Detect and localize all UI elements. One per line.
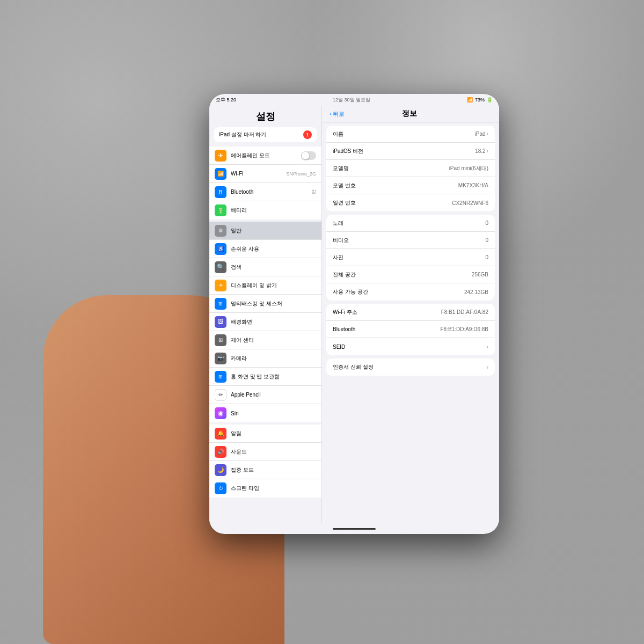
sidebar-item-camera[interactable]: 📷 카메라	[209, 349, 321, 368]
general-group: ⚙ 일반 ♿ 손쉬운 사용 🔍 검색 ☀ 디스플레이 및 밝기	[209, 222, 321, 422]
camera-icon: 📷	[215, 353, 226, 364]
panel-header: ‹ 뒤로 정보	[322, 106, 499, 122]
search-settings-icon: 🔍	[215, 261, 226, 273]
ipad-device: 오후 5:20 12월 30일 월요일 📶 73% 🔋 설정 iPad 설정 마…	[209, 94, 499, 534]
sidebar-item-siri[interactable]: ◉ Siri	[209, 404, 321, 422]
back-chevron-icon: ‹	[330, 111, 332, 117]
wifiaddr-value: F8:B1:DD:AF:0A:82	[441, 309, 488, 315]
home-indicator	[209, 523, 499, 534]
photos-value: 0	[485, 254, 488, 260]
btaddr-label: Bluetooth	[333, 326, 355, 332]
info-row-certtrust[interactable]: 인증서 신뢰 설정 ›	[326, 358, 495, 376]
bluetooth-value: 킴	[311, 188, 316, 195]
photos-label: 사진	[333, 254, 343, 261]
sidebar-item-screentime[interactable]: ⏱ 스크린 타임	[209, 479, 321, 497]
wifi-icon: 📶	[467, 97, 473, 103]
storage-section: 노래 0 비디오 0 사진 0	[326, 215, 495, 301]
sidebar-item-airplane[interactable]: ✈ 에어플레인 모드	[209, 147, 321, 165]
sidebar-item-focus[interactable]: 🌙 집중 모드	[209, 461, 321, 479]
sidebar-item-homescreen[interactable]: ⊞ 홈 화면 및 앱 보관함	[209, 368, 321, 386]
sidebar-item-bluetooth[interactable]: B Bluetooth 킴	[209, 183, 321, 201]
network-section: Wi-Fi 주소 F8:B1:DD:AF:0A:82 Bluetooth F8:…	[326, 304, 495, 355]
siri-icon: ◉	[215, 407, 226, 419]
sidebar-item-display[interactable]: ☀ 디스플레이 및 밝기	[209, 276, 321, 295]
certtrust-value: ›	[487, 364, 488, 370]
btaddr-value: F8:B1:DD:A9:D6:8B	[441, 326, 488, 332]
sounds-label: 사운드	[231, 448, 316, 456]
controlcenter-label: 제어 센터	[231, 336, 316, 344]
wallpaper-icon: 🖼	[215, 316, 226, 328]
camera-label: 카메라	[231, 355, 316, 362]
airplane-toggle[interactable]	[301, 151, 316, 160]
status-icons: 📶 73% 🔋	[467, 97, 493, 103]
battery-label: 배터리	[231, 207, 316, 214]
certtrust-label: 인증서 신뢰 설정	[333, 363, 374, 371]
device-info-section: 이름 iPad › iPadOS 버전 18.2 › 모델명	[326, 126, 495, 211]
info-row-name[interactable]: 이름 iPad ›	[326, 126, 495, 143]
info-row-photos: 사진 0	[326, 249, 495, 266]
homescreen-icon: ⊞	[215, 371, 226, 383]
sidebar-item-notifications[interactable]: 🔔 알림	[209, 425, 321, 443]
modelnumber-value: MK7X3KH/A	[458, 182, 488, 188]
info-row-songs: 노래 0	[326, 215, 495, 232]
info-row-seid[interactable]: SEID ›	[326, 338, 495, 355]
sidebar-item-wallpaper[interactable]: 🖼 배경화면	[209, 313, 321, 331]
screentime-label: 스크린 타임	[231, 485, 316, 492]
certificate-section: 인증서 신뢰 설정 ›	[326, 358, 495, 376]
multitasking-icon: ⊞	[215, 298, 226, 310]
wifi-label: Wi-Fi	[231, 171, 282, 177]
multitasking-label: 멀티태스킹 및 제스처	[231, 300, 316, 308]
availstorage-value: 242.13GB	[464, 289, 488, 295]
sidebar-item-wifi[interactable]: 📶 Wi-Fi SNPhone_2G	[209, 165, 321, 183]
seid-value: ›	[487, 344, 488, 350]
name-label: 이름	[333, 130, 343, 138]
songs-value: 0	[485, 220, 488, 226]
home-bar	[333, 528, 376, 530]
totalstorage-label: 전체 공간	[333, 271, 356, 279]
setup-label: iPad 설정 마저 하기	[219, 131, 266, 138]
info-row-modelnumber: 모델 번호 MK7X3KH/A	[326, 177, 495, 194]
certtrust-chevron-icon: ›	[487, 364, 488, 370]
sidebar-item-search[interactable]: 🔍 검색	[209, 258, 321, 276]
search-label: 검색	[231, 264, 316, 271]
sidebar-item-pencil[interactable]: ✏ Apple Pencil	[209, 386, 321, 404]
screentime-icon: ⏱	[215, 482, 226, 494]
airplane-label: 에어플레인 모드	[231, 152, 297, 159]
ipados-chevron-icon: ›	[487, 148, 488, 154]
info-row-availstorage: 사용 가능 공간 242.13GB	[326, 283, 495, 301]
ipados-label: iPadOS 버전	[333, 148, 363, 155]
totalstorage-value: 256GB	[472, 272, 488, 277]
pencil-label: Apple Pencil	[231, 392, 316, 398]
battery-icon: 🔋	[487, 97, 493, 103]
sidebar-item-general[interactable]: ⚙ 일반	[209, 222, 321, 240]
setup-banner[interactable]: iPad 설정 마저 하기 1	[214, 127, 317, 142]
info-row-wifiaddr: Wi-Fi 주소 F8:B1:DD:AF:0A:82	[326, 304, 495, 321]
songs-label: 노래	[333, 219, 343, 227]
seid-label: SEID	[333, 344, 345, 350]
wifi-value: SNPhone_2G	[286, 171, 316, 177]
seid-chevron-icon: ›	[487, 344, 488, 350]
sidebar-title: 설정	[209, 106, 321, 125]
settings-sidebar: 설정 iPad 설정 마저 하기 1 ✈ 에어플레인 모드 📶	[209, 106, 322, 523]
battery-percent: 73%	[475, 97, 485, 103]
videos-value: 0	[485, 237, 488, 243]
sidebar-item-sounds[interactable]: 🔊 사운드	[209, 443, 321, 461]
info-row-modelname: 모델명 iPad mini(6세대)	[326, 160, 495, 177]
accessibility-icon: ♿	[215, 243, 226, 255]
sidebar-item-battery[interactable]: 🔋 배터리	[209, 201, 321, 219]
notifications-icon: 🔔	[215, 428, 226, 440]
back-button[interactable]: ‹ 뒤로	[330, 110, 345, 118]
status-bar: 오후 5:20 12월 30일 월요일 📶 73% 🔋	[209, 94, 499, 106]
sidebar-item-accessibility[interactable]: ♿ 손쉬운 사용	[209, 240, 321, 258]
accessibility-label: 손쉬운 사용	[231, 245, 316, 253]
sidebar-item-controlcenter[interactable]: ⊞ 제어 센터	[209, 331, 321, 349]
info-row-ipados[interactable]: iPadOS 버전 18.2 ›	[326, 143, 495, 160]
general-icon: ⚙	[215, 225, 226, 237]
homescreen-label: 홈 화면 및 앱 보관함	[231, 373, 316, 380]
modelname-value: iPad mini(6세대)	[449, 165, 488, 172]
info-row-serial: 일련 번호 CX2NR2WNF6	[326, 194, 495, 211]
panel-title: 정보	[349, 109, 470, 119]
bluetooth-icon: B	[215, 186, 226, 198]
sidebar-item-multitasking[interactable]: ⊞ 멀티태스킹 및 제스처	[209, 295, 321, 313]
availstorage-label: 사용 가능 공간	[333, 288, 368, 296]
